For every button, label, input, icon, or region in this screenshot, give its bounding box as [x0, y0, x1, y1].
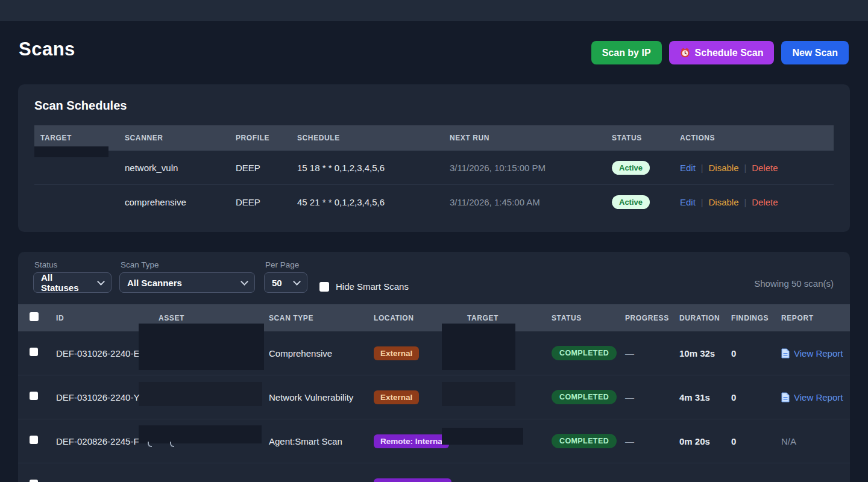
scan-progress: —	[620, 436, 675, 446]
separator: |	[744, 163, 747, 173]
column-header-scanner: SCANNER	[125, 134, 236, 142]
scan-findings: 0	[726, 392, 776, 402]
scan-findings: 0	[726, 348, 776, 358]
header-actions: Scan by IP Schedule Scan New Scan	[591, 41, 849, 64]
schedule-next-run: 3/11/2026, 10:15:00 PM	[450, 163, 612, 173]
column-header-scan-type: SCAN TYPE	[264, 314, 369, 322]
view-report-link[interactable]: View Report	[781, 348, 850, 358]
schedule-profile: DEEP	[236, 197, 297, 207]
column-header-status: STATUS	[612, 134, 680, 142]
status-badge: COMPLETED	[552, 390, 617, 404]
row-checkbox[interactable]	[30, 348, 38, 356]
scan-type: Agent:Smart Scan	[264, 436, 369, 446]
new-scan-label: New Scan	[792, 48, 838, 58]
column-header-target: TARGET	[462, 314, 547, 322]
scan-count-summary: Showing 50 scan(s)	[754, 278, 834, 289]
disable-link[interactable]: Disable	[709, 197, 739, 207]
top-bar	[0, 0, 868, 21]
select-all-checkbox[interactable]	[30, 312, 39, 321]
scan-type-filter-label: Scan Type	[121, 260, 159, 269]
schedule-row: comprehensive DEEP 45 21 * * 0,1,2,3,4,5…	[34, 184, 834, 219]
schedule-scanner: comprehensive	[125, 197, 236, 207]
scan-findings: 0	[726, 436, 776, 446]
redaction-box	[139, 324, 264, 370]
view-report-link[interactable]: View Report	[781, 392, 850, 402]
per-page-select[interactable]: 50	[264, 272, 307, 293]
status-badge: COMPLETED	[552, 434, 617, 448]
schedule-actions: Edit|Disable|Delete	[680, 197, 834, 207]
chevron-down-icon	[293, 278, 301, 286]
scan-duration: 4m 31s	[675, 392, 726, 402]
location-badge: Remote: Interna	[374, 434, 449, 448]
row-checkbox[interactable]	[30, 392, 38, 400]
hide-smart-scans-label: Hide Smart Scans	[336, 281, 409, 292]
edit-link[interactable]: Edit	[680, 163, 696, 173]
scan-schedules-header-row: TARGET SCANNER PROFILE SCHEDULE NEXT RUN…	[34, 125, 834, 151]
status-select[interactable]: All Statuses	[33, 272, 112, 293]
column-header-asset: ASSET	[154, 314, 264, 322]
status-select-value: All Statuses	[41, 272, 92, 293]
redaction-box	[34, 146, 108, 157]
separator: |	[701, 198, 703, 207]
redaction-box	[442, 324, 515, 370]
status-filter-label: Status	[34, 260, 57, 269]
location-badge: External	[374, 346, 419, 360]
document-icon	[781, 348, 790, 358]
redaction-box	[442, 428, 523, 445]
schedule-cron: 45 21 * * 0,1,2,3,4,5,6	[297, 197, 450, 207]
chevron-down-icon	[97, 278, 105, 286]
column-header-report: REPORT	[776, 314, 850, 322]
hide-smart-scans-checkbox[interactable]: Hide Smart Scans	[319, 281, 409, 292]
scan-schedules-title: Scan Schedules	[34, 99, 127, 113]
scan-duration: 0m 20s	[675, 436, 726, 446]
scan-type: Network Vulnerability	[264, 392, 369, 402]
schedule-row: network_vuln DEEP 15 18 * * 0,1,2,3,4,5,…	[34, 151, 834, 184]
column-header-schedule: SCHEDULE	[297, 134, 450, 142]
scan-duration: 10m 32s	[675, 348, 726, 358]
row-checkbox[interactable]	[30, 436, 38, 444]
edit-link[interactable]: Edit	[680, 197, 696, 207]
column-header-actions: ACTIONS	[680, 134, 834, 142]
new-scan-button[interactable]: New Scan	[781, 41, 849, 64]
scan-by-ip-button[interactable]: Scan by IP	[591, 41, 662, 64]
scan-type-select[interactable]: All Scanners	[119, 272, 255, 293]
view-report-label: View Report	[794, 348, 843, 358]
scan-schedules-panel: Scan Schedules TARGET SCANNER PROFILE SC…	[18, 84, 850, 232]
location-badge: External	[374, 390, 419, 404]
delete-link[interactable]: Delete	[752, 163, 778, 173]
view-report-label: View Report	[794, 392, 843, 402]
column-header-progress: PROGRESS	[620, 314, 675, 322]
column-header-id: ID	[51, 314, 154, 322]
checkbox[interactable]	[319, 282, 329, 292]
column-header-location: LOCATION	[369, 314, 462, 322]
column-header-profile: PROFILE	[236, 134, 297, 142]
scan-progress: —	[620, 348, 675, 358]
schedule-scan-button[interactable]: Schedule Scan	[669, 41, 775, 64]
separator: |	[744, 198, 747, 207]
row-checkbox[interactable]	[30, 480, 38, 482]
schedule-scanner: network_vuln	[125, 163, 236, 173]
redaction-box	[139, 382, 262, 406]
status-badge: Active	[612, 161, 650, 175]
scan-by-ip-label: Scan by IP	[602, 48, 651, 58]
disable-link[interactable]: Disable	[709, 163, 739, 173]
location-badge: Remote: Internal	[374, 478, 451, 482]
delete-link[interactable]: Delete	[752, 197, 778, 207]
schedule-profile: DEEP	[236, 163, 297, 173]
schedule-next-run: 3/11/2026, 1:45:00 AM	[450, 197, 612, 207]
column-header-next-run: NEXT RUN	[450, 134, 612, 142]
redaction-box	[139, 425, 262, 443]
per-page-select-value: 50	[272, 278, 282, 288]
per-page-filter-label: Per Page	[265, 260, 299, 269]
scan-row: Remote: Internal	[18, 463, 850, 482]
status-badge: Active	[612, 195, 650, 209]
schedule-cron: 15 18 * * 0,1,2,3,4,5,6	[297, 163, 450, 173]
scan-progress: —	[620, 392, 675, 402]
scan-type: Comprehensive	[264, 348, 369, 358]
report-not-available: N/A	[781, 436, 796, 446]
schedule-scan-label: Schedule Scan	[695, 48, 764, 58]
alarm-clock-icon	[680, 48, 690, 58]
document-icon	[781, 392, 790, 402]
page-title: Scans	[19, 39, 75, 60]
status-badge: COMPLETED	[552, 346, 617, 360]
